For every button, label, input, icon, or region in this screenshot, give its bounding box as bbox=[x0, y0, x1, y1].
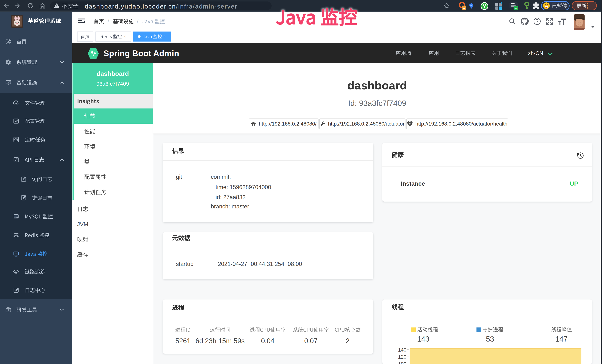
svg-text:on: on bbox=[515, 7, 517, 10]
svg-text:1: 1 bbox=[463, 6, 465, 10]
